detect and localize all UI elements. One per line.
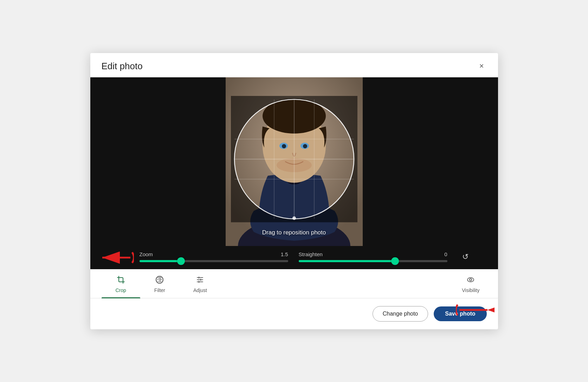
bottom-bar: Change photo Save photo: [90, 298, 498, 329]
crop-icon: [117, 276, 125, 285]
zoom-thumb[interactable]: [177, 257, 185, 265]
dialog-title: Edit photo: [102, 61, 143, 72]
tab-adjust-label: Adjust: [193, 287, 207, 293]
straighten-label: Straighten: [299, 251, 323, 257]
zoom-fill: [140, 260, 181, 262]
photo-canvas[interactable]: Drag to reposition photo: [90, 77, 498, 246]
straighten-fill: [299, 260, 395, 262]
edit-photo-dialog: Edit photo ×: [90, 53, 498, 329]
tab-filter[interactable]: Filter: [140, 269, 179, 298]
annotation-arrow-right: [456, 301, 495, 319]
tab-adjust[interactable]: Adjust: [179, 269, 221, 298]
filter-icon: [155, 276, 164, 285]
visibility-icon: [466, 276, 475, 285]
dialog-header: Edit photo ×: [90, 53, 498, 77]
zoom-label: Zoom: [140, 251, 153, 257]
straighten-track[interactable]: [299, 260, 447, 262]
close-button[interactable]: ×: [477, 61, 487, 71]
straighten-value: 0: [444, 251, 447, 257]
controls-bar: Zoom 1.5 Straighten 0: [90, 246, 498, 269]
svg-point-32: [467, 278, 474, 282]
zoom-track[interactable]: [140, 260, 288, 262]
zoom-slider-group: Zoom 1.5: [140, 251, 288, 262]
bottom-bar-wrapper: Change photo Save photo: [90, 298, 498, 329]
adjust-icon: [196, 276, 204, 285]
tab-filter-label: Filter: [154, 287, 165, 293]
sliders-section: Zoom 1.5 Straighten 0: [90, 246, 498, 269]
tab-crop[interactable]: Crop: [102, 269, 140, 298]
tabs-row: Crop Filter: [90, 269, 498, 298]
visibility-tab[interactable]: Visibility: [455, 269, 486, 298]
svg-point-22: [292, 216, 296, 220]
tab-crop-label: Crop: [116, 287, 126, 293]
zoom-value: 1.5: [281, 251, 288, 257]
straighten-thumb[interactable]: [391, 257, 399, 265]
drag-instruction-text: Drag to reposition photo: [262, 229, 326, 236]
svg-point-33: [470, 279, 472, 281]
visibility-label: Visibility: [462, 287, 479, 293]
straighten-slider-group: Straighten 0: [299, 251, 447, 262]
crop-circle-overlay: [231, 96, 357, 222]
reset-button[interactable]: ↺: [461, 251, 470, 263]
annotation-arrow-left: [95, 249, 134, 266]
change-photo-button[interactable]: Change photo: [373, 306, 428, 322]
